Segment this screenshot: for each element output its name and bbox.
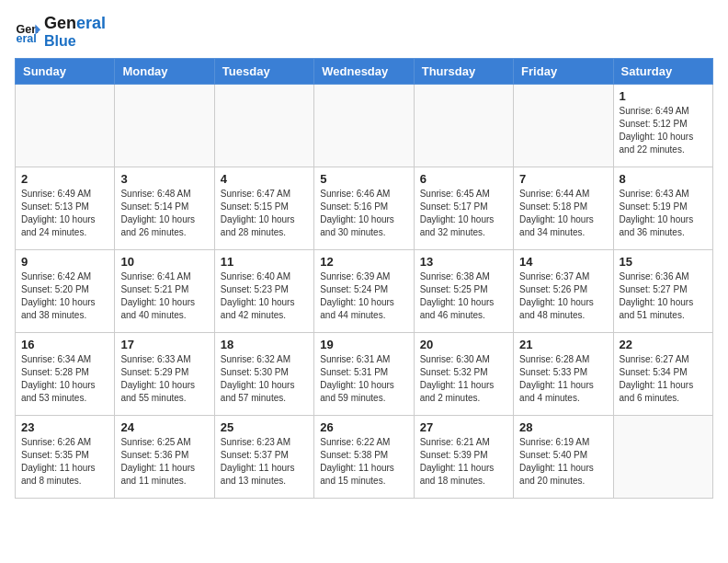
day-cell: 13Sunrise: 6:38 AM Sunset: 5:25 PM Dayli… (414, 250, 513, 333)
day-info: Sunrise: 6:45 AM Sunset: 5:17 PM Dayligh… (420, 188, 507, 239)
day-cell: 22Sunrise: 6:27 AM Sunset: 5:34 PM Dayli… (613, 333, 712, 416)
day-cell: 6Sunrise: 6:45 AM Sunset: 5:17 PM Daylig… (414, 167, 513, 250)
day-info: Sunrise: 6:43 AM Sunset: 5:19 PM Dayligh… (620, 188, 707, 239)
day-info: Sunrise: 6:36 AM Sunset: 5:27 PM Dayligh… (620, 270, 707, 322)
day-number: 13 (420, 255, 507, 269)
day-cell: 15Sunrise: 6:36 AM Sunset: 5:27 PM Dayli… (613, 250, 712, 333)
day-info: Sunrise: 6:23 AM Sunset: 5:37 PM Dayligh… (221, 436, 308, 488)
day-cell: 25Sunrise: 6:23 AM Sunset: 5:37 PM Dayli… (214, 416, 313, 499)
day-number: 6 (420, 172, 507, 186)
day-number: 10 (120, 255, 208, 269)
day-cell: 14Sunrise: 6:37 AM Sunset: 5:26 PM Dayli… (514, 250, 613, 333)
logo-line2: Blue (44, 33, 106, 50)
day-cell: 3Sunrise: 6:48 AM Sunset: 5:14 PM Daylig… (115, 167, 214, 250)
week-row-4: 16Sunrise: 6:34 AM Sunset: 5:28 PM Dayli… (16, 333, 713, 416)
day-info: Sunrise: 6:30 AM Sunset: 5:32 PM Dayligh… (420, 353, 507, 405)
day-cell (115, 85, 214, 167)
svg-text:eral: eral (16, 32, 36, 45)
day-info: Sunrise: 6:27 AM Sunset: 5:34 PM Dayligh… (620, 353, 707, 405)
day-cell: 21Sunrise: 6:28 AM Sunset: 5:33 PM Dayli… (514, 333, 613, 416)
day-info: Sunrise: 6:39 AM Sunset: 5:24 PM Dayligh… (320, 270, 407, 322)
day-number: 1 (620, 89, 707, 103)
week-row-2: 2Sunrise: 6:49 AM Sunset: 5:13 PM Daylig… (16, 167, 713, 250)
day-cell (514, 85, 613, 167)
logo-line1: General (44, 15, 106, 33)
col-header-friday: Friday (514, 59, 613, 85)
day-cell: 2Sunrise: 6:49 AM Sunset: 5:13 PM Daylig… (16, 167, 115, 250)
day-number: 16 (21, 338, 108, 351)
day-cell: 20Sunrise: 6:30 AM Sunset: 5:32 PM Dayli… (414, 333, 513, 416)
day-number: 27 (420, 420, 507, 434)
day-number: 7 (519, 172, 607, 186)
day-cell: 12Sunrise: 6:39 AM Sunset: 5:24 PM Dayli… (314, 250, 414, 333)
day-cell (613, 416, 712, 499)
day-cell: 26Sunrise: 6:22 AM Sunset: 5:38 PM Dayli… (314, 416, 414, 499)
day-cell: 10Sunrise: 6:41 AM Sunset: 5:21 PM Dayli… (115, 250, 214, 333)
day-number: 8 (620, 172, 707, 186)
page-header: Gen eral General Blue (15, 15, 713, 49)
day-info: Sunrise: 6:22 AM Sunset: 5:38 PM Dayligh… (320, 436, 407, 488)
day-info: Sunrise: 6:44 AM Sunset: 5:18 PM Dayligh… (519, 188, 607, 239)
day-info: Sunrise: 6:48 AM Sunset: 5:14 PM Dayligh… (120, 188, 208, 239)
col-header-thursday: Thursday (414, 59, 513, 85)
day-cell: 1Sunrise: 6:49 AM Sunset: 5:12 PM Daylig… (613, 85, 712, 167)
day-cell (314, 85, 414, 167)
col-header-monday: Monday (115, 59, 214, 85)
day-cell: 27Sunrise: 6:21 AM Sunset: 5:39 PM Dayli… (414, 416, 513, 499)
day-cell: 28Sunrise: 6:19 AM Sunset: 5:40 PM Dayli… (514, 416, 613, 499)
day-info: Sunrise: 6:49 AM Sunset: 5:13 PM Dayligh… (21, 188, 108, 239)
week-row-3: 9Sunrise: 6:42 AM Sunset: 5:20 PM Daylig… (16, 250, 713, 333)
day-number: 26 (320, 420, 407, 434)
day-cell: 5Sunrise: 6:46 AM Sunset: 5:16 PM Daylig… (314, 167, 414, 250)
day-info: Sunrise: 6:37 AM Sunset: 5:26 PM Dayligh… (519, 270, 607, 322)
day-number: 2 (21, 172, 108, 186)
col-header-sunday: Sunday (16, 59, 115, 85)
day-number: 9 (21, 255, 108, 269)
day-info: Sunrise: 6:34 AM Sunset: 5:28 PM Dayligh… (21, 353, 108, 405)
day-number: 25 (221, 420, 308, 434)
day-info: Sunrise: 6:46 AM Sunset: 5:16 PM Dayligh… (320, 188, 407, 239)
day-number: 24 (120, 420, 208, 434)
day-number: 20 (420, 338, 507, 351)
day-cell: 24Sunrise: 6:25 AM Sunset: 5:36 PM Dayli… (115, 416, 214, 499)
day-cell (414, 85, 513, 167)
day-cell: 17Sunrise: 6:33 AM Sunset: 5:29 PM Dayli… (115, 333, 214, 416)
day-number: 19 (320, 338, 407, 351)
col-header-wednesday: Wednesday (314, 59, 414, 85)
day-number: 18 (221, 338, 308, 351)
day-info: Sunrise: 6:33 AM Sunset: 5:29 PM Dayligh… (120, 353, 208, 405)
day-number: 28 (519, 420, 607, 434)
day-cell: 8Sunrise: 6:43 AM Sunset: 5:19 PM Daylig… (613, 167, 712, 250)
day-number: 23 (21, 420, 108, 434)
day-info: Sunrise: 6:47 AM Sunset: 5:15 PM Dayligh… (221, 188, 308, 239)
logo: Gen eral General Blue (15, 15, 106, 49)
col-header-saturday: Saturday (613, 59, 712, 85)
day-cell: 4Sunrise: 6:47 AM Sunset: 5:15 PM Daylig… (214, 167, 313, 250)
day-cell: 23Sunrise: 6:26 AM Sunset: 5:35 PM Dayli… (16, 416, 115, 499)
day-info: Sunrise: 6:49 AM Sunset: 5:12 PM Dayligh… (620, 105, 707, 156)
day-number: 3 (120, 172, 208, 186)
day-info: Sunrise: 6:40 AM Sunset: 5:23 PM Dayligh… (221, 270, 308, 322)
day-number: 11 (221, 255, 308, 269)
day-cell: 16Sunrise: 6:34 AM Sunset: 5:28 PM Dayli… (16, 333, 115, 416)
day-cell (214, 85, 313, 167)
day-info: Sunrise: 6:26 AM Sunset: 5:35 PM Dayligh… (21, 436, 108, 488)
week-row-5: 23Sunrise: 6:26 AM Sunset: 5:35 PM Dayli… (16, 416, 713, 499)
col-header-tuesday: Tuesday (214, 59, 313, 85)
logo-icon: Gen eral (15, 19, 40, 45)
day-cell: 18Sunrise: 6:32 AM Sunset: 5:30 PM Dayli… (214, 333, 313, 416)
day-info: Sunrise: 6:38 AM Sunset: 5:25 PM Dayligh… (420, 270, 507, 322)
day-info: Sunrise: 6:28 AM Sunset: 5:33 PM Dayligh… (519, 353, 607, 405)
day-info: Sunrise: 6:41 AM Sunset: 5:21 PM Dayligh… (120, 270, 208, 322)
day-info: Sunrise: 6:19 AM Sunset: 5:40 PM Dayligh… (519, 436, 607, 488)
day-number: 14 (519, 255, 607, 269)
day-number: 4 (221, 172, 308, 186)
day-cell: 9Sunrise: 6:42 AM Sunset: 5:20 PM Daylig… (16, 250, 115, 333)
day-info: Sunrise: 6:31 AM Sunset: 5:31 PM Dayligh… (320, 353, 407, 405)
day-info: Sunrise: 6:25 AM Sunset: 5:36 PM Dayligh… (120, 436, 208, 488)
day-number: 22 (620, 338, 707, 351)
calendar-table: SundayMondayTuesdayWednesdayThursdayFrid… (15, 58, 713, 499)
day-number: 21 (519, 338, 607, 351)
calendar-header: SundayMondayTuesdayWednesdayThursdayFrid… (16, 59, 713, 85)
day-number: 5 (320, 172, 407, 186)
